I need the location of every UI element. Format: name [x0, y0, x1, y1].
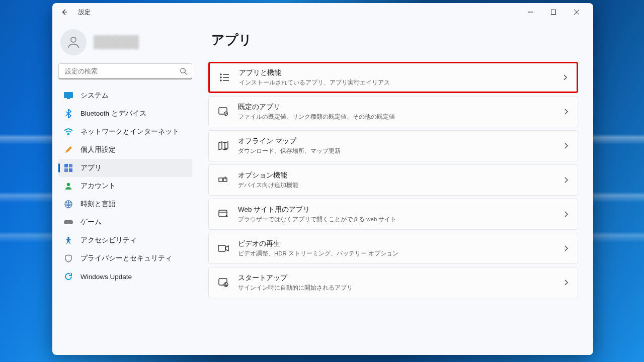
startup-icon	[218, 277, 229, 288]
svg-rect-12	[64, 220, 73, 224]
wifi-icon	[63, 127, 73, 137]
nav-accounts[interactable]: アカウント	[58, 177, 192, 195]
monitor-icon	[63, 90, 73, 101]
map-icon	[218, 140, 229, 151]
nav-gaming[interactable]: ゲーム	[58, 213, 192, 231]
profile-block[interactable]	[58, 25, 192, 63]
nav-label: システム	[80, 91, 109, 100]
card-subtitle: ファイルの既定値、リンク種類の既定値、その他の既定値	[238, 113, 395, 121]
nav-network[interactable]: ネットワークとインターネット	[58, 123, 192, 141]
card-optional-features[interactable]: オプション機能デバイス向け追加機能	[208, 164, 578, 196]
user-name-redacted	[94, 35, 139, 49]
svg-rect-21	[219, 210, 227, 217]
card-subtitle: インストールされているアプリ、アプリ実行エイリアス	[239, 79, 390, 86]
svg-rect-4	[67, 98, 70, 99]
search-input[interactable]	[58, 63, 192, 79]
nav-label: アカウント	[80, 182, 116, 191]
card-subtitle: ブラウザーではなくアプリで開くことができる web サイト	[238, 216, 397, 223]
svg-rect-3	[64, 92, 73, 98]
svg-rect-7	[69, 164, 72, 167]
nav-label: 個人用設定	[80, 145, 116, 154]
svg-point-14	[220, 74, 221, 75]
card-title: ビデオの再生	[238, 239, 398, 248]
default-apps-icon	[218, 106, 229, 117]
maximize-button[interactable]	[542, 5, 565, 20]
card-default-apps[interactable]: 既定のアプリファイルの既定値、リンク種類の既定値、その他の既定値	[208, 96, 578, 127]
svg-point-16	[220, 80, 221, 81]
avatar	[60, 29, 87, 55]
nav-label: 時刻と言語	[80, 200, 116, 209]
nav-accessibility[interactable]: アクセシビリティ	[58, 231, 192, 249]
nav-label: Windows Update	[80, 273, 132, 281]
nav-time-language[interactable]: 時刻と言語	[58, 195, 192, 213]
svg-point-1	[71, 37, 76, 42]
nav-label: ネットワークとインターネット	[80, 127, 179, 136]
accessibility-icon	[63, 235, 73, 245]
nav-privacy[interactable]: プライバシーとセキュリティ	[58, 249, 192, 267]
card-title: 既定のアプリ	[238, 103, 395, 112]
card-apps-for-websites[interactable]: Web サイト用のアプリブラウザーではなくアプリで開くことができる web サイ…	[208, 199, 578, 230]
search-box[interactable]	[58, 63, 192, 79]
apps-icon	[63, 163, 73, 173]
card-subtitle: ビデオ調整、HDR ストリーミング、バッテリー オプション	[238, 250, 398, 257]
svg-point-13	[67, 237, 69, 239]
nav-apps[interactable]: アプリ	[58, 159, 192, 177]
shield-icon	[63, 253, 73, 263]
svg-point-10	[67, 183, 70, 186]
paintbrush-icon	[63, 145, 73, 155]
window-title: 設定	[78, 8, 91, 17]
chevron-right-icon	[564, 279, 569, 286]
card-title: アプリと機能	[239, 68, 390, 77]
window-controls	[519, 5, 588, 20]
svg-rect-0	[551, 10, 556, 15]
person-icon	[63, 181, 73, 191]
svg-rect-8	[64, 168, 68, 172]
chevron-right-icon	[564, 245, 569, 252]
svg-point-15	[220, 77, 221, 78]
svg-rect-6	[64, 164, 68, 167]
card-subtitle: サインイン時に自動的に開始されるアプリ	[238, 284, 353, 292]
card-title: Web サイト用のアプリ	[238, 205, 397, 214]
nav-personalization[interactable]: 個人用設定	[58, 141, 192, 159]
update-icon	[63, 272, 73, 282]
nav-label: アクセシビリティ	[80, 236, 137, 245]
nav-windows-update[interactable]: Windows Update	[58, 267, 192, 286]
close-button[interactable]	[565, 5, 588, 20]
card-apps-features[interactable]: アプリと機能インストールされているアプリ、アプリ実行エイリアス	[208, 62, 578, 93]
chevron-right-icon	[562, 74, 568, 81]
page-heading: アプリ	[211, 31, 578, 49]
chevron-right-icon	[564, 142, 569, 149]
video-icon	[218, 243, 229, 254]
back-button[interactable]	[57, 5, 71, 19]
nav-label: アプリ	[80, 163, 102, 172]
svg-rect-22	[218, 245, 225, 251]
nav-system[interactable]: システム	[58, 86, 192, 105]
svg-rect-19	[219, 178, 222, 182]
card-offline-maps[interactable]: オフライン マップダウンロード、保存場所、マップ更新	[208, 130, 578, 161]
titlebar: 設定	[52, 3, 593, 21]
card-startup[interactable]: スタートアップサインイン時に自動的に開始されるアプリ	[208, 267, 578, 298]
card-subtitle: デバイス向け追加機能	[238, 182, 298, 189]
minimize-button[interactable]	[519, 5, 542, 20]
list-icon	[219, 72, 230, 83]
nav-label: プライバシーとセキュリティ	[80, 254, 172, 263]
gamepad-icon	[63, 217, 73, 227]
chevron-right-icon	[564, 211, 569, 218]
svg-point-2	[181, 68, 185, 73]
optional-features-icon	[218, 174, 229, 186]
card-title: オフライン マップ	[238, 137, 341, 146]
settings-window: 設定 システム Bluetooth とデバイス	[52, 3, 593, 355]
card-subtitle: ダウンロード、保存場所、マップ更新	[238, 147, 341, 155]
chevron-right-icon	[564, 176, 569, 184]
globe-clock-icon	[63, 199, 73, 209]
main-content: アプリ アプリと機能インストールされているアプリ、アプリ実行エイリアス 既定のア…	[198, 21, 593, 355]
nav-label: Bluetooth とデバイス	[80, 109, 146, 118]
card-title: スタートアップ	[238, 274, 353, 283]
chevron-right-icon	[564, 108, 569, 115]
card-title: オプション機能	[238, 171, 298, 180]
sidebar: システム Bluetooth とデバイス ネットワークとインターネット 個人用設…	[52, 21, 198, 355]
nav-bluetooth[interactable]: Bluetooth とデバイス	[58, 105, 192, 123]
card-video-playback[interactable]: ビデオの再生ビデオ調整、HDR ストリーミング、バッテリー オプション	[208, 233, 578, 264]
svg-rect-9	[69, 168, 72, 172]
sidebar-nav: システム Bluetooth とデバイス ネットワークとインターネット 個人用設…	[58, 86, 192, 286]
